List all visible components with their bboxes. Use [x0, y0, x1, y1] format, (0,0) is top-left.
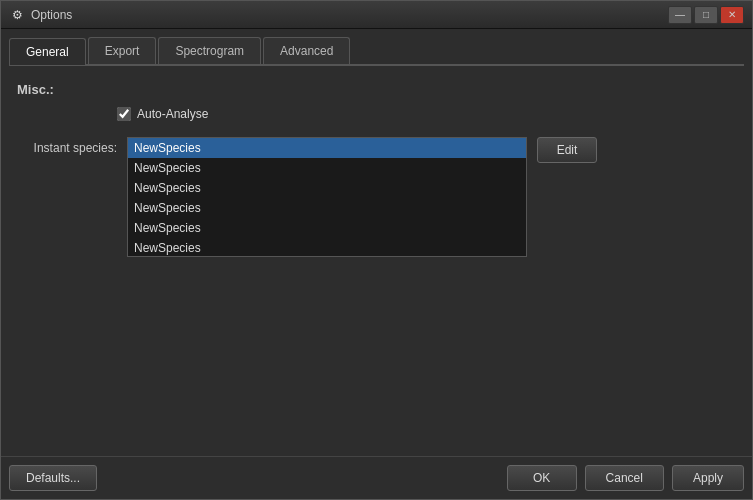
window-controls: — □ ✕ — [668, 6, 744, 24]
list-item[interactable]: NewSpecies — [128, 198, 526, 218]
list-item[interactable]: NewSpecies — [128, 178, 526, 198]
edit-button[interactable]: Edit — [537, 137, 597, 163]
panel-general: Misc.: Auto-Analyse Instant species: New… — [9, 78, 744, 448]
misc-section-label: Misc.: — [17, 82, 736, 97]
window-title: Options — [31, 8, 668, 22]
minimize-button[interactable]: — — [668, 6, 692, 24]
list-item[interactable]: NewSpecies — [128, 238, 526, 257]
tab-bar: General Export Spectrogram Advanced — [9, 37, 744, 66]
tab-spectrogram[interactable]: Spectrogram — [158, 37, 261, 64]
maximize-button[interactable]: □ — [694, 6, 718, 24]
close-button[interactable]: ✕ — [720, 6, 744, 24]
list-item[interactable]: NewSpecies — [128, 138, 526, 158]
species-listbox[interactable]: NewSpecies NewSpecies NewSpecies NewSpec… — [127, 137, 527, 257]
tab-general[interactable]: General — [9, 38, 86, 65]
instant-species-label: Instant species: — [17, 137, 117, 155]
cancel-button[interactable]: Cancel — [585, 465, 664, 491]
window-content: General Export Spectrogram Advanced Misc… — [1, 29, 752, 456]
options-window: ⚙ Options — □ ✕ General Export Spectrogr… — [0, 0, 753, 500]
bottom-bar: Defaults... OK Cancel Apply — [1, 456, 752, 499]
window-icon: ⚙ — [9, 7, 25, 23]
auto-analyse-checkbox[interactable] — [117, 107, 131, 121]
defaults-button[interactable]: Defaults... — [9, 465, 97, 491]
listbox-wrapper: NewSpecies NewSpecies NewSpecies NewSpec… — [127, 137, 527, 257]
title-bar: ⚙ Options — □ ✕ — [1, 1, 752, 29]
tab-advanced[interactable]: Advanced — [263, 37, 350, 64]
list-item[interactable]: NewSpecies — [128, 218, 526, 238]
auto-analyse-row: Auto-Analyse — [117, 107, 736, 121]
apply-button[interactable]: Apply — [672, 465, 744, 491]
ok-button[interactable]: OK — [507, 465, 577, 491]
tab-export[interactable]: Export — [88, 37, 157, 64]
bottom-right-buttons: OK Cancel Apply — [507, 465, 744, 491]
instant-species-row: Instant species: NewSpecies NewSpecies N… — [17, 137, 736, 257]
auto-analyse-label: Auto-Analyse — [137, 107, 208, 121]
list-item[interactable]: NewSpecies — [128, 158, 526, 178]
